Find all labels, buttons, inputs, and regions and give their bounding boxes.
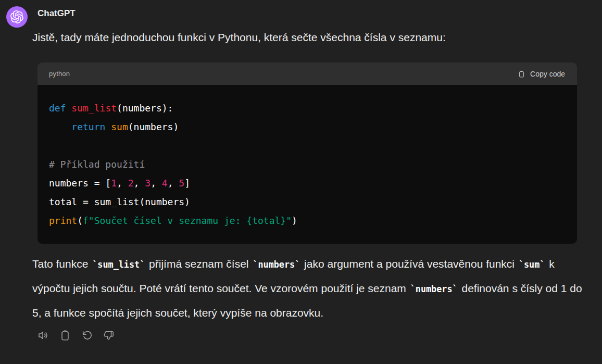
code-line: print(f"Součet čísel v seznamu je: {tota…: [49, 211, 565, 230]
explanation-text: Tato funkce: [32, 258, 91, 270]
inline-code: `numbers`: [252, 259, 301, 270]
code-language-label: python: [49, 70, 70, 78]
regenerate-icon: [81, 330, 93, 341]
clipboard-icon: [518, 69, 525, 79]
explanation-text: jako argument a používá vestavěnou funkc…: [301, 258, 518, 270]
intro-paragraph: Jistě, tady máte jednoduchou funkci v Py…: [32, 30, 602, 45]
inline-code: `sum`: [518, 259, 546, 270]
bad-response-button[interactable]: [103, 330, 115, 341]
code-block: python Copy code def sum_list(numbers): …: [37, 62, 577, 244]
regenerate-button[interactable]: [81, 330, 93, 341]
speaker-icon: [37, 330, 49, 341]
copy-code-button[interactable]: Copy code: [518, 69, 565, 79]
openai-logo-icon: [10, 10, 23, 23]
thumbs-down-icon: [103, 330, 115, 341]
assistant-message: ChatGPT Jistě, tady máte jednoduchou fun…: [32, 6, 602, 341]
code-line: return sum(numbers): [49, 118, 565, 136]
code-line: def sum_list(numbers):: [49, 99, 565, 118]
code-block-header: python Copy code: [37, 62, 577, 85]
code-line: # Příklad použití: [49, 155, 565, 174]
inline-code: `sum_list`: [91, 259, 146, 270]
chatgpt-avatar: [6, 6, 28, 28]
explanation: Tato funkce `sum_list` přijímá seznam čí…: [32, 252, 592, 324]
code-line: total = sum_list(numbers): [49, 193, 565, 211]
code-content: def sum_list(numbers): return sum(number…: [37, 85, 577, 244]
explanation-text: přijímá seznam čísel: [146, 258, 252, 270]
copy-code-label: Copy code: [530, 70, 565, 78]
code-line: numbers = [1, 2, 3, 4, 5]: [49, 174, 565, 193]
inline-code: `numbers`: [409, 284, 459, 294]
read-aloud-button[interactable]: [37, 330, 49, 341]
code-line: [49, 136, 565, 155]
author-name: ChatGPT: [37, 7, 602, 20]
clipboard-icon: [59, 330, 71, 341]
copy-message-button[interactable]: [59, 330, 71, 341]
message-actions: [37, 330, 602, 341]
